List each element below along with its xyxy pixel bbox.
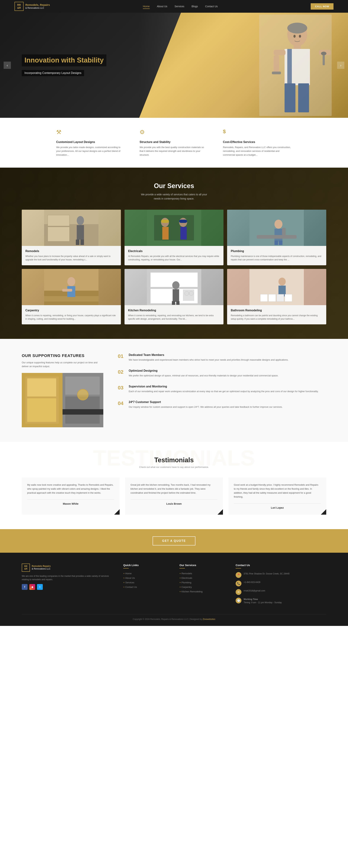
quick-link-services[interactable]: Services <box>123 581 168 584</box>
svg-rect-37 <box>282 228 286 236</box>
instagram-icon[interactable]: ◆ <box>29 584 35 590</box>
phone-icon: 📞 <box>235 581 242 586</box>
services-col-heading: Our Services <box>180 564 225 568</box>
support-feature-title-1: Dedicated Team Members <box>129 353 288 356</box>
features-section: ⚒ Customized Layout Designs We provide y… <box>0 118 348 167</box>
service-title-bathroom: Bathroom Remodeling <box>231 309 323 312</box>
svg-point-50 <box>172 281 180 289</box>
footer-service-kitchen[interactable]: Kitchen Remodeling <box>180 590 225 593</box>
quick-links-list: Home About Us Services Contact Us <box>123 572 168 588</box>
svg-rect-38 <box>275 241 278 245</box>
nav-blogs[interactable]: Blogs <box>192 5 198 8</box>
get-quote-button[interactable]: GET A QUOTE <box>153 536 195 546</box>
support-num-3: 03 <box>118 385 125 394</box>
support-feature-desc-2: We prefer the optimized design of space,… <box>129 374 278 378</box>
svg-rect-51 <box>172 289 179 302</box>
nav-about[interactable]: About Us <box>157 5 167 8</box>
testimonial-text-1: My walls now look more creative and appe… <box>27 483 114 495</box>
hero-title-text: Innovation with Stability <box>25 56 104 64</box>
logo-tagline: & Renovations LLC <box>25 7 44 9</box>
service-title-remodels: Remodels <box>25 250 117 253</box>
service-img-electricals <box>125 210 224 246</box>
services-title: Our Services <box>22 182 326 190</box>
service-card-body-electricals: Electricals At Remodels Repairs, we prov… <box>125 246 224 265</box>
contact-hours-item: 🕐 Working Time Timing: 9 am - 11 pm Mond… <box>235 598 326 604</box>
feature-desc-3: Remodels, Repairs, and Renovation LLC of… <box>223 146 292 157</box>
footer-logo-icon: RR&R <box>22 564 30 572</box>
service-img-plumbing <box>227 210 326 246</box>
quick-link-about[interactable]: About Us <box>123 577 168 579</box>
support-image <box>22 373 103 427</box>
quick-link-contact[interactable]: Contact Us <box>123 586 168 588</box>
twitter-icon[interactable]: t <box>37 584 43 590</box>
navbar-logo: RR&R Remodels, Repairs & Renovations LLC <box>14 2 50 11</box>
footer-service-carpentry[interactable]: Carpentry <box>180 586 225 588</box>
call-now-button[interactable]: CALL NOW <box>311 3 334 10</box>
feature-title-3: Cost-Effective Services <box>223 141 292 144</box>
contact-phone-item: 📞 +1-843-915-6428 <box>235 581 326 586</box>
testimonial-corner-2 <box>218 509 223 515</box>
services-grid: Remodels Whether you have plans to incre… <box>22 210 326 324</box>
testimonials-header: Testimonials Check out what our customer… <box>22 456 326 468</box>
footer-bottom: Copyright © 2024 Remodels, Repairs & Ren… <box>22 614 326 620</box>
service-card-body-kitchen: Kitchen Remodeling When it comes to remo… <box>125 305 224 324</box>
nav-home[interactable]: Home <box>143 5 150 9</box>
svg-rect-68 <box>27 398 56 422</box>
hero-prev-button[interactable]: ‹ <box>4 62 11 69</box>
working-time-label: Working Time <box>244 598 258 600</box>
contact-phone-text: +1-843-915-6428 <box>244 581 260 584</box>
footer: RR&R Remodels Repairs & Renovations LLC … <box>0 553 348 626</box>
svg-rect-36 <box>257 235 297 239</box>
feature-title-2: Structure and Stability <box>139 141 209 144</box>
footer-service-electricals[interactable]: Electricals <box>180 577 225 579</box>
quick-link-home[interactable]: Home <box>123 572 168 575</box>
svg-rect-63 <box>277 294 284 302</box>
logo-icon: RR&R <box>14 2 24 11</box>
svg-rect-72 <box>63 409 103 414</box>
svg-rect-39 <box>279 241 283 245</box>
svg-point-55 <box>185 291 189 296</box>
service-card-carpentry: Carpentry When it comes to repairing, re… <box>22 269 121 324</box>
hero-next-button[interactable]: › <box>337 62 344 69</box>
support-left: OUR SUPPORTING FEATURES Our unique suppo… <box>22 353 103 427</box>
facebook-icon[interactable]: f <box>22 584 28 590</box>
svg-point-56 <box>189 291 193 296</box>
services-subtitle: We provide a wide variety of services th… <box>138 192 210 200</box>
quick-links-heading: Quick Links <box>123 564 168 568</box>
support-feature-desc-4: Our inquiry window for custom assistance… <box>129 405 283 409</box>
service-card-electricals: Electricals At Remodels Repairs, we prov… <box>125 210 224 265</box>
svg-point-44 <box>67 277 75 286</box>
service-card-body-plumbing: Plumbing Plumbing maintenance is one of … <box>227 246 326 265</box>
service-card-body-remodels: Remodels Whether you have plans to incre… <box>22 246 121 265</box>
contact-hours-text: Working Time Timing: 9 am - 11 pm Monday… <box>244 598 282 604</box>
support-feature-content-3: Supervision and Monitoring Each of our r… <box>129 385 318 394</box>
footer-grid: RR&R Remodels Repairs & Renovations LLC … <box>22 564 326 607</box>
footer-logo-text: Remodels Repairs & Renovations LLC <box>32 565 51 570</box>
support-feature-title-4: 24*7 Customer Support <box>129 401 283 404</box>
svg-point-73 <box>77 389 88 400</box>
svg-rect-12 <box>298 83 309 112</box>
footer-company: Remodels Repairs <box>32 565 51 568</box>
svg-point-34 <box>275 220 283 229</box>
logo-company: Remodels, Repairs <box>25 3 50 7</box>
service-img-bathroom <box>227 269 326 305</box>
feature-title-1: Customized Layout Designs <box>56 141 125 144</box>
nav-services[interactable]: Services <box>175 5 184 8</box>
svg-rect-15 <box>323 54 325 65</box>
cta-section: GET A QUOTE <box>0 529 348 553</box>
footer-services-col: Our Services Remodels Electricals Plumbi… <box>180 564 225 607</box>
nav-contact[interactable]: Contact Us <box>205 5 218 8</box>
service-desc-kitchen: When it comes to remodeling, repairing, … <box>128 314 220 321</box>
svg-rect-10 <box>272 71 281 74</box>
contact-col-heading: Contact Us <box>235 564 326 568</box>
services-section: Our Services We provide a wide variety o… <box>0 167 348 339</box>
footer-service-remodels[interactable]: Remodels <box>180 572 225 575</box>
designer-link[interactable]: Zinewebsites <box>203 618 215 620</box>
service-desc-electricals: At Remodels Repairs, we provide you with… <box>128 255 220 261</box>
hero-section: Innovation with Stability Incorporating … <box>0 13 348 118</box>
svg-rect-46 <box>62 289 72 291</box>
svg-point-13 <box>293 35 296 38</box>
location-icon: 📍 <box>235 572 242 578</box>
footer-service-plumbing[interactable]: Plumbing <box>180 581 225 584</box>
footer-logo: RR&R Remodels Repairs & Renovations LLC <box>22 564 113 572</box>
